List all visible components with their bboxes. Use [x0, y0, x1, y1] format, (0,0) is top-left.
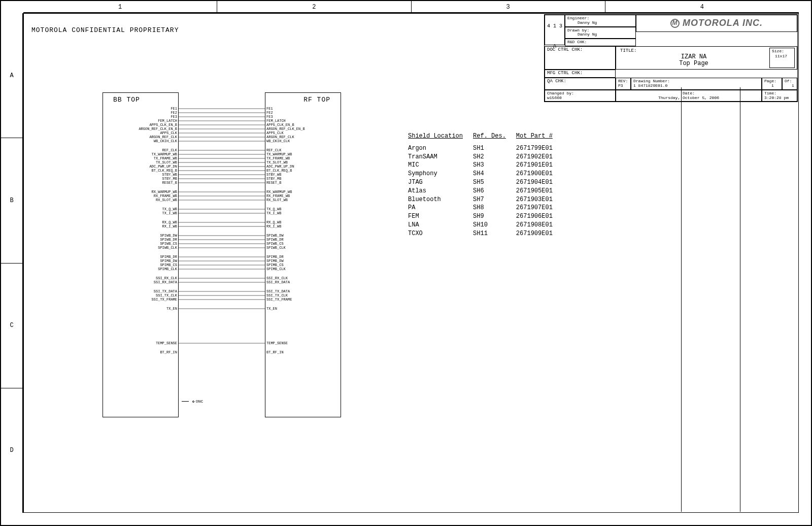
company-name: MOTOROLA INC.	[683, 18, 763, 28]
row-d: D	[1, 388, 22, 513]
shield-cell: FEM	[403, 212, 468, 221]
rf-top-title: RF TOP	[303, 96, 330, 104]
shield-cell: Symphony	[403, 170, 468, 178]
rev-value: P3	[618, 83, 623, 88]
col-4: 4	[605, 1, 799, 12]
onc-stub: ONC	[182, 399, 203, 404]
rf-pin: TX_EN	[266, 307, 341, 311]
shield-cell: Atlas	[403, 187, 468, 195]
shield-cell: Argon	[403, 144, 468, 152]
row-a: A	[1, 13, 22, 138]
shield-row: FEMSH92671906E01	[403, 212, 558, 221]
motorola-m-icon	[670, 19, 680, 28]
shield-row: LNASH102671908E01	[403, 221, 558, 229]
engineer-label: Engineer:	[567, 16, 589, 20]
shield-cell: 2671799E01	[511, 144, 558, 152]
shield-hdr-ref: Ref. Des.	[468, 132, 511, 144]
rf-top-block: RF TOP FE1FE2FE3FEM_LATCHAPPS_CLK_EN_BAR…	[265, 92, 341, 417]
shield-cell: 2671901E01	[511, 161, 558, 170]
changed-value: w15660	[547, 95, 562, 100]
bb-pin-list: FE1FE2FE3FEM_LATCHAPPS_CLK_EN_BARGON_REF…	[103, 107, 178, 355]
motorola-logo: MOTOROLA INC.	[636, 15, 797, 32]
rf-pin: WB_CKIH_CLK	[266, 140, 341, 144]
shield-row: AtlasSH62671905E01	[403, 187, 558, 195]
size-label: Size:	[772, 49, 784, 53]
shield-cell: TCXO	[403, 229, 468, 238]
side-code: 4 1 3 A	[545, 15, 565, 45]
rf-pin: SPIMB_CLK	[266, 268, 341, 272]
bb-pin: TX_EN	[103, 307, 177, 311]
rf-pin: RX_I_WB	[266, 225, 341, 229]
shield-cell: 2671904E01	[511, 178, 558, 187]
row-c: C	[1, 264, 22, 388]
shield-cell: SH4	[468, 170, 511, 178]
shield-row: TCXOSH112671909E01	[403, 229, 558, 238]
drawn-label: Drawn by:	[567, 28, 589, 32]
rf-pin: SSI_RX_DATA	[266, 281, 341, 285]
page-label: Page:	[764, 79, 776, 83]
size-value: 11x17	[772, 54, 787, 58]
rf-pin: FE1	[266, 107, 341, 111]
col-2: 2	[217, 1, 411, 12]
rf-pin: TEMP_SENSE	[266, 342, 341, 346]
bb-pin: TEMP_SENSE	[103, 342, 177, 346]
bb-pin: SSI_RX_DATA	[103, 281, 177, 285]
qa-chk: QA CHK:	[545, 78, 616, 90]
shield-cell: 2671900E01	[511, 170, 558, 178]
of-label: Of:	[785, 79, 792, 83]
bb-pin: FE2	[103, 111, 177, 115]
title-line1: IZAR NA	[681, 53, 706, 60]
shield-cell: TranSAAM	[403, 153, 468, 161]
shield-cell: SH11	[468, 229, 511, 238]
shield-row: MICSH32671901E01	[403, 161, 558, 170]
rf-pin: RX_SLOT_WB	[266, 199, 341, 203]
drawn-value: Danny Ng	[567, 32, 597, 37]
row-ruler: A B C D	[1, 13, 23, 513]
bb-pin: BT_RF_IN	[103, 351, 177, 355]
drawing-no-label: Drawing Number:	[633, 79, 670, 83]
onc-dot-icon	[192, 401, 194, 403]
col-1: 1	[23, 1, 217, 12]
bb-pin: RX_I_WB	[103, 225, 177, 229]
bb-pin: TX_I_WB	[103, 212, 177, 216]
shield-cell: SH8	[468, 204, 511, 212]
col-3: 3	[412, 1, 605, 12]
doc-ctrl-chk: DOC CTRL CHK:	[545, 46, 616, 70]
shield-row: TranSAAMSH22671902E01	[403, 153, 558, 161]
shield-row: JTAGSH52671904E01	[403, 178, 558, 187]
row-b: B	[1, 138, 22, 263]
shield-cell: 2671907E01	[511, 204, 558, 212]
shield-cell: Bluetooth	[403, 195, 468, 204]
rf-pin: SPIWB_CLK	[266, 246, 341, 250]
revision-column-divider	[740, 87, 798, 512]
bb-pin: SPIMB_CLK	[103, 268, 177, 272]
bb-pin: FE1	[103, 107, 177, 111]
bb-pin: RX_SLOT_WB	[103, 199, 177, 203]
shield-cell: LNA	[403, 221, 468, 229]
shield-row: PASH82671907E01	[403, 204, 558, 212]
changed-label: Changed by:	[547, 91, 574, 95]
bb-pin: SPIWB_CLK	[103, 246, 177, 250]
onc-text: ONC	[196, 399, 203, 404]
shield-table: Shield Location Ref. Des. Mot Part # Arg…	[403, 132, 558, 238]
bb-top-title: BB TOP	[113, 96, 140, 104]
rf-pin-list: FE1FE2FE3FEM_LATCHAPPS_CLK_EN_BARGON_REF…	[265, 107, 341, 355]
changed-cell: Changed by: w15660	[545, 90, 616, 102]
revision-column	[681, 87, 798, 512]
title-label: TITLE:	[620, 48, 636, 53]
shield-hdr-loc: Shield Location	[403, 132, 468, 144]
rf-pin: FE2	[266, 111, 341, 115]
rev-label: REV:	[618, 79, 628, 83]
shield-cell: 2671908E01	[511, 221, 558, 229]
shield-cell: SH3	[468, 161, 511, 170]
shield-row: BluetoothSH72671903E01	[403, 195, 558, 204]
mfg-ctrl-chk: MFG CTRL CHK:	[545, 70, 616, 78]
engineer-value: Danny Ng	[567, 20, 597, 25]
shield-row: SymphonySH42671900E01	[403, 170, 558, 178]
shield-cell: SH9	[468, 212, 511, 221]
drawn-cell: Drawn by: Danny Ng	[565, 27, 636, 39]
rf-pin: BT_RF_IN	[266, 351, 341, 355]
shield-hdr-part: Mot Part #	[511, 132, 558, 144]
shield-cell: SH6	[468, 187, 511, 195]
engineer-cell: Engineer: Danny Ng	[565, 15, 636, 27]
